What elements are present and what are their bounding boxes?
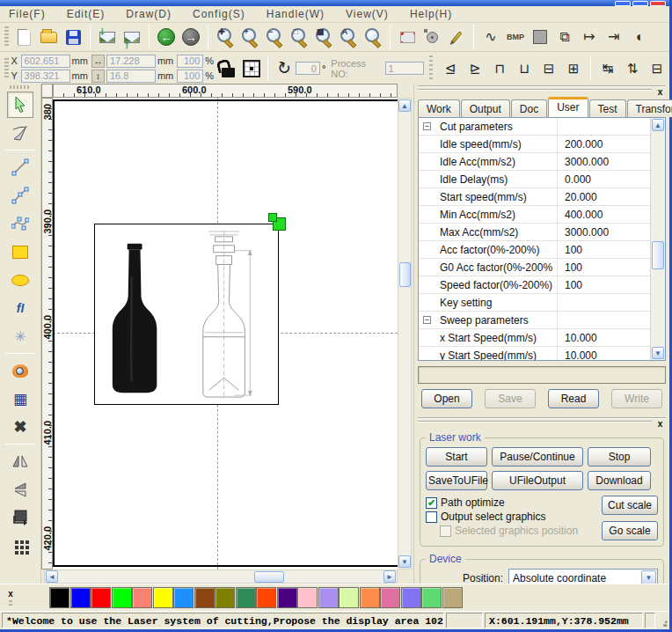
line-tool[interactable]	[7, 154, 33, 180]
rotate-view-tool[interactable]	[7, 504, 33, 531]
param-value[interactable]: 200.000	[558, 136, 650, 152]
toolbar-grip[interactable]	[4, 58, 9, 79]
scroll-down-button[interactable]: ▼	[398, 555, 411, 568]
color-swatch[interactable]	[91, 587, 111, 608]
window-maximize-button[interactable]	[632, 1, 648, 6]
pause-continue-button[interactable]: Pause/Continue	[492, 447, 583, 467]
read-button[interactable]: Read	[548, 389, 599, 408]
stop-button[interactable]: Stop	[588, 447, 651, 467]
width-field[interactable]: 17.228	[106, 55, 156, 68]
align-left-button[interactable]: ⊴	[438, 56, 463, 81]
rotate-field[interactable]: 0	[296, 62, 320, 75]
savetoufile-button[interactable]: SaveToUFile	[426, 471, 487, 490]
color-swatch[interactable]	[421, 587, 442, 608]
color-swatch[interactable]	[442, 587, 463, 608]
curve-smooth-button[interactable]: ∿	[478, 25, 503, 49]
color-swatch[interactable]	[173, 587, 194, 608]
tab-doc[interactable]: Doc	[511, 99, 547, 117]
palette-grip[interactable]	[9, 600, 12, 607]
zoom-all-button[interactable]: ▦	[311, 25, 336, 49]
param-value[interactable]: 3000.000	[558, 224, 650, 240]
param-value[interactable]: 10.000	[558, 347, 650, 361]
panel-dock-header[interactable]: x	[418, 85, 666, 97]
color-swatch[interactable]	[215, 587, 235, 608]
drawing-canvas[interactable]	[53, 98, 398, 570]
vertical-scroll-thumb[interactable]	[399, 262, 411, 287]
horizontal-scroll-thumb[interactable]	[254, 571, 284, 583]
align-node-v-button[interactable]: ⇥	[602, 25, 626, 49]
align-bottom-button[interactable]: ⊔	[512, 56, 537, 81]
output-select-graphics-checkbox[interactable]	[426, 511, 437, 523]
laser-dock-header[interactable]: x	[418, 417, 666, 429]
align-node-h-button[interactable]: ↦	[577, 25, 602, 49]
param-value[interactable]: 20.000	[558, 188, 650, 205]
param-scroll-thumb[interactable]	[652, 241, 664, 269]
text-tool[interactable]: fI	[7, 295, 33, 321]
color-swatch[interactable]	[256, 587, 276, 608]
color-swatch[interactable]	[380, 587, 400, 608]
tab-test[interactable]: Test	[589, 99, 626, 117]
same-height-button[interactable]: ⇅	[620, 56, 645, 81]
bezier-tool[interactable]	[7, 210, 33, 237]
same-width-button[interactable]: ↹	[595, 56, 620, 81]
path-optimize-checkbox[interactable]: ✔	[426, 497, 437, 509]
color-swatch[interactable]	[49, 587, 69, 608]
toolbar-grip[interactable]	[4, 26, 9, 48]
color-swatch[interactable]	[236, 587, 256, 608]
ufileoutput-button[interactable]: UFileOutput	[492, 471, 583, 490]
menu-draw[interactable]: Draw(D)	[126, 8, 172, 20]
go-scale-button[interactable]: Go scale	[602, 521, 658, 540]
align-center-h-button[interactable]: ⊟	[537, 56, 561, 81]
node-edit-tool[interactable]	[7, 120, 33, 146]
menu-handle[interactable]: Handle(W)	[267, 8, 325, 20]
zoom-select-button[interactable]: A	[336, 25, 361, 49]
open-button[interactable]: Open	[421, 389, 472, 408]
param-value[interactable]: 100	[558, 276, 650, 293]
param-value[interactable]: 100	[558, 259, 650, 276]
color-swatch[interactable]	[339, 587, 359, 608]
scale-x-field[interactable]: 100	[177, 55, 203, 68]
node-select-button[interactable]	[420, 25, 444, 49]
scale-y-field[interactable]: 100	[177, 70, 203, 83]
color-swatch[interactable]	[153, 587, 173, 608]
anchor-grid-button[interactable]	[240, 56, 263, 81]
node-path-button[interactable]: ⧉	[552, 25, 577, 49]
color-swatch[interactable]	[194, 587, 215, 608]
capture-tool[interactable]	[7, 357, 33, 384]
save-file-button[interactable]	[61, 25, 85, 49]
y-position-field[interactable]: 398.321	[21, 70, 70, 83]
same-size-button[interactable]: ⊟	[645, 56, 669, 81]
tab-work[interactable]: Work	[418, 99, 460, 117]
zoom-page-button[interactable]: □	[287, 25, 311, 49]
param-value[interactable]: 10.000	[558, 329, 650, 346]
align-top-button[interactable]: ⊓	[487, 56, 512, 81]
collapse-icon[interactable]: −	[423, 316, 431, 324]
menu-config[interactable]: Config(S)	[193, 8, 245, 20]
align-right-button[interactable]: ⊵	[463, 56, 487, 81]
export-image-button[interactable]: ↑	[120, 25, 144, 49]
align-center-v-button[interactable]: ⊞	[561, 56, 586, 81]
param-value[interactable]	[558, 294, 650, 311]
title-bar[interactable]	[0, 0, 669, 6]
window-close-button[interactable]	[650, 1, 666, 6]
pen-edit-button[interactable]	[444, 25, 469, 49]
mirror-v-tool[interactable]	[7, 476, 33, 503]
tab-transform[interactable]: Transform	[627, 99, 672, 117]
selection-handle[interactable]	[273, 217, 286, 231]
color-swatch[interactable]	[318, 587, 339, 608]
tab-output[interactable]: Output	[461, 99, 510, 117]
undo-button[interactable]: ←	[154, 25, 179, 49]
close-laser-panel-icon[interactable]: x	[654, 418, 666, 430]
color-swatch[interactable]	[277, 587, 297, 608]
download-button[interactable]: Download	[588, 471, 651, 490]
new-file-button[interactable]	[11, 25, 36, 49]
scroll-right-button[interactable]: ►	[383, 570, 396, 583]
height-field[interactable]: 16.8	[106, 70, 156, 83]
array-output-tool[interactable]: ▦	[7, 386, 33, 412]
x-position-field[interactable]: 602.651	[21, 55, 70, 68]
close-palette-icon[interactable]: x	[8, 589, 13, 599]
param-value[interactable]: 100	[558, 241, 650, 258]
cut-scale-button[interactable]: Cut scale	[602, 496, 658, 515]
param-value[interactable]: 400.000	[558, 206, 650, 223]
color-swatch[interactable]	[70, 587, 91, 608]
